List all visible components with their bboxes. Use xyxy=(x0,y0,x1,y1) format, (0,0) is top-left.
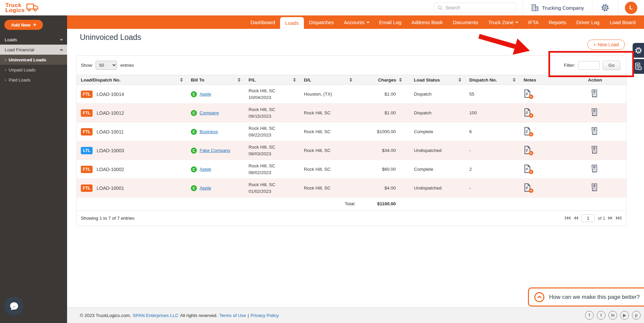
create-invoice-icon[interactable]: $ xyxy=(591,146,598,155)
nav-item-ifta[interactable]: IFTA xyxy=(523,15,543,29)
span-enterprises-link[interactable]: SPAN Enterprises LLC xyxy=(133,313,178,318)
new-load-button[interactable]: + New Load xyxy=(587,40,625,50)
page-number-input[interactable] xyxy=(581,214,595,222)
sort-icon[interactable] xyxy=(399,78,402,82)
add-note-icon[interactable]: + xyxy=(524,146,532,155)
column-label: Charges xyxy=(378,77,396,83)
feedback-widget[interactable]: How can we make this page better? xyxy=(528,287,644,307)
column-header-charges[interactable]: Charges xyxy=(356,75,409,85)
prev-page-button[interactable] xyxy=(574,216,578,220)
sort-icon[interactable] xyxy=(513,78,516,82)
filter-input[interactable] xyxy=(578,61,600,70)
bill-to-link[interactable]: Business xyxy=(200,129,218,134)
first-page-button[interactable] xyxy=(565,216,571,220)
column-header-load-status[interactable]: Load Status xyxy=(409,75,465,85)
add-note-icon[interactable]: + xyxy=(524,164,532,173)
activity-log-panel-button[interactable] xyxy=(633,59,644,74)
sort-icon[interactable] xyxy=(293,78,296,82)
load-number: LOAD-10003 xyxy=(97,148,124,153)
sort-icon[interactable] xyxy=(350,78,352,82)
sidebar-item-unpaid-loads[interactable]: ›Unpaid Loads xyxy=(0,65,67,75)
sidebar-item-label: Paid Loads xyxy=(9,77,31,83)
nav-item-accounts[interactable]: Accounts xyxy=(339,15,374,29)
nav-item-reports[interactable]: Reports xyxy=(544,15,572,29)
sidebar-item-paid-loads[interactable]: ›Paid Loads xyxy=(0,75,67,85)
nav-item-address-book[interactable]: Address Book xyxy=(407,15,448,29)
page-size-select[interactable]: 50 xyxy=(96,61,117,70)
user-avatar[interactable]: L xyxy=(625,2,637,14)
copyright-text: © 2023 TruckLogics.com, SPAN Enterprises… xyxy=(80,313,279,318)
nav-item-email-log[interactable]: Email Log xyxy=(374,15,407,29)
sidebar-item-uninvoiced-loads[interactable]: ›Uninvoiced Loads xyxy=(0,55,67,65)
avatar-wrap: L xyxy=(618,2,644,14)
column-header-d-l[interactable]: D/L xyxy=(299,75,356,85)
nav-item-driver-log[interactable]: Driver Log xyxy=(571,15,604,29)
nav-item-truck-zone[interactable]: Truck Zone xyxy=(483,15,523,29)
add-note-icon[interactable]: + xyxy=(524,89,532,98)
sort-icon[interactable] xyxy=(238,78,240,82)
load-type-badge: FTL xyxy=(81,184,93,192)
global-search[interactable] xyxy=(434,3,517,13)
nav-item-loads[interactable]: Loads xyxy=(280,17,304,29)
table-row[interactable]: FTL LOAD-10014 C Apple Rock Hill, SC 10/… xyxy=(77,85,626,104)
youtube-icon[interactable]: ▶ xyxy=(620,311,629,320)
table-row[interactable]: FTL LOAD-10012 C Company Rock Hill, SC 0… xyxy=(77,104,626,122)
nav-item-dispatches[interactable]: Dispatches xyxy=(304,15,339,29)
bill-to-link[interactable]: Fake Company xyxy=(200,148,230,153)
table-row[interactable]: LTL LOAD-10003 C Fake Company Rock Hill,… xyxy=(77,141,626,160)
chevron-up-icon[interactable] xyxy=(534,292,544,302)
linkedin-icon[interactable]: in xyxy=(608,311,617,320)
nav-item-dashboard[interactable]: Dashboard xyxy=(246,15,280,29)
bill-to-link[interactable]: Apple xyxy=(200,92,211,97)
settings-panel-button[interactable]: i xyxy=(633,43,644,58)
table-body: FTL LOAD-10014 C Apple Rock Hill, SC 10/… xyxy=(77,85,626,198)
copyright-prefix: © 2023 TruckLogics.com, xyxy=(80,313,131,318)
column-header-load-dispatch-no[interactable]: Load/Dispatch No. xyxy=(77,75,186,85)
filter-go-button[interactable]: Go xyxy=(603,61,620,70)
add-note-icon[interactable]: + xyxy=(524,127,532,136)
add-note-icon[interactable]: + xyxy=(524,108,532,117)
topbar-right: Trucking Company L xyxy=(434,0,644,15)
column-header-dispatch-no[interactable]: Dispatch No. xyxy=(465,75,519,85)
trucklogics-logo[interactable]: Truck Logics xyxy=(5,2,40,13)
sort-icon[interactable] xyxy=(180,78,183,82)
last-page-button[interactable] xyxy=(616,216,622,220)
column-header-p-l[interactable]: P/L xyxy=(244,75,299,85)
add-new-button[interactable]: Add New + xyxy=(4,20,43,30)
table-row[interactable]: FTL LOAD-10002 C Apple Rock Hill, SC 08/… xyxy=(77,160,626,179)
facebook-icon[interactable]: f xyxy=(585,311,594,320)
charges: $1.00 xyxy=(356,85,409,104)
next-page-button[interactable] xyxy=(608,216,613,220)
create-invoice-icon[interactable]: $ xyxy=(591,108,598,118)
add-note-icon[interactable]: + xyxy=(524,183,532,192)
create-invoice-icon[interactable]: $ xyxy=(591,164,598,174)
chat-widget-button[interactable] xyxy=(4,297,23,316)
twitter-icon[interactable]: t xyxy=(597,311,605,320)
footer: © 2023 TruckLogics.com, SPAN Enterprises… xyxy=(67,307,644,323)
sidebar-item-label: Loads xyxy=(5,37,17,42)
create-invoice-icon[interactable]: $ xyxy=(591,89,598,99)
table-row[interactable]: FTL LOAD-10011 C Business Rock Hill, SC … xyxy=(77,122,626,141)
nav-item-documents[interactable]: Documents xyxy=(448,15,483,29)
bill-to-link[interactable]: Apple xyxy=(200,167,211,172)
plus-icon: + xyxy=(529,95,533,99)
nav-item-load-board[interactable]: Load Board xyxy=(604,15,641,29)
customer-icon: C xyxy=(191,148,197,154)
pl-date: 08/03/2023 xyxy=(249,151,299,157)
social-icons: ftin▶p xyxy=(585,311,641,320)
column-header-bill-to[interactable]: Bill To xyxy=(186,75,244,85)
create-invoice-icon[interactable]: $ xyxy=(591,127,598,137)
pinterest-icon[interactable]: p xyxy=(632,311,641,320)
settings-button[interactable] xyxy=(592,4,618,12)
privacy-policy-link[interactable]: Privacy Policy xyxy=(251,313,279,318)
sort-icon[interactable] xyxy=(459,78,461,82)
company-switcher[interactable]: Trucking Company xyxy=(523,4,592,11)
sidebar-item-load-financial[interactable]: Load Financial xyxy=(0,45,67,55)
bill-to-link[interactable]: Company xyxy=(200,110,219,115)
create-invoice-icon[interactable]: $ xyxy=(591,183,598,193)
sidebar-item-loads[interactable]: Loads xyxy=(0,35,67,45)
search-input[interactable] xyxy=(445,5,506,10)
table-row[interactable]: FTL LOAD-10001 C Apple Rock Hill, SC 01/… xyxy=(77,179,626,198)
terms-of-use-link[interactable]: Terms of Use xyxy=(219,313,246,318)
bill-to-link[interactable]: Apple xyxy=(200,185,211,191)
